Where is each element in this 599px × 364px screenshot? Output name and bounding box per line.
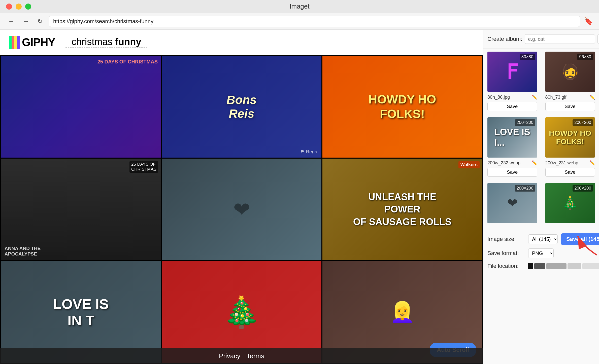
image-size-row: Image size: All (145) Save all (145) [487, 233, 595, 245]
image-thumb-3: LOVE ISI... 200×200 [487, 117, 537, 158]
image-filename-2: 80h_73.gif [545, 95, 567, 100]
image-card-info-4: 200w_231.webp ✏️ [545, 160, 595, 166]
create-album-label: Create album: [487, 36, 522, 42]
image-card-info-1: 80h_86.jpg ✏️ [487, 94, 537, 100]
image-size-select[interactable]: All (145) [528, 234, 558, 244]
thumb-size-1: 80×80 [520, 54, 535, 60]
gif-text-love-is: LOVE ISIN T [53, 296, 109, 329]
search-text-plain: christmas [72, 37, 113, 47]
terms-link[interactable]: Terms [246, 352, 264, 360]
gif-cell-3[interactable]: HOWDY HOFOLKS! [322, 56, 482, 158]
save-button-2[interactable]: Save [545, 102, 595, 111]
edit-icon-3[interactable]: ✏️ [532, 160, 537, 166]
image-card-4: HOWDY HOFOLKS! 200×200 200w_231.webp ✏️ … [541, 114, 599, 180]
search-text-bold: funny [115, 37, 141, 47]
back-button[interactable]: ← [6, 16, 17, 26]
fullscreen-button[interactable] [25, 4, 31, 10]
file-location-row: File location: Change 📁 [487, 262, 595, 271]
gif-cell-4[interactable]: ANNA AND THEAPOCALYPSE 25 DAYS OFCHRISTM… [1, 159, 161, 260]
image-card-2: 🧔 96×80 80h_73.gif ✏️ Save [541, 49, 599, 114]
gif-cell-5[interactable]: ❤ [162, 159, 321, 260]
gif-xmas-tree-icon: 🎄 [223, 295, 260, 330]
file-bar-4 [568, 263, 581, 269]
thumb-person-icon: 🧔 [561, 63, 580, 81]
refresh-button[interactable]: ↻ [35, 16, 45, 26]
thumb-6-icon: 🎄 [562, 196, 578, 210]
image-filename-4: 200w_231.webp [545, 160, 578, 166]
image-card-5: ❤ 200×200 [483, 180, 541, 229]
image-filename-3: 200w_232.webp [487, 160, 520, 166]
thumb-size-3: 200×200 [515, 119, 535, 126]
image-thumb-6: 🎄 200×200 [545, 183, 595, 223]
main-layout: GIPHY christmas funny 25 DAYS OF CHRISTM… [0, 30, 599, 364]
file-bar-2 [534, 263, 545, 269]
bottom-controls: Image size: All (145) Save all (145) [483, 229, 599, 275]
file-location-bars [528, 263, 599, 269]
close-button[interactable] [6, 4, 12, 10]
image-thumb-1: ꓝ 80×80 [487, 52, 537, 92]
gif-text-sausage: UNLEASH THEPOWEROF SAUSAGE ROLLS [353, 191, 452, 228]
traffic-lights [6, 4, 31, 10]
file-location-label: File location: [487, 263, 525, 269]
image-thumb-2: 🧔 96×80 [545, 52, 595, 92]
image-filename-1: 80h_86.jpg [487, 95, 510, 100]
giphy-logo-area: GIPHY [0, 30, 64, 55]
save-button-4[interactable]: Save [545, 168, 595, 177]
thumb-letter-f: ꓝ [507, 60, 518, 84]
image-card-1: ꓝ 80×80 80h_86.jpg ✏️ Save [483, 49, 541, 114]
giphy-logo-icon [9, 36, 20, 49]
gif-cell-1[interactable]: 25 DAYS OF CHRISTMAS [1, 56, 161, 158]
save-format-select[interactable]: PNG JPEG GIF WEBP [528, 248, 554, 258]
search-query: christmas funny [65, 37, 147, 48]
bookmark-icon[interactable]: 🔖 [584, 17, 593, 25]
thumb-love-text: LOVE ISI... [494, 127, 530, 148]
giphy-logo: GIPHY [9, 36, 55, 49]
image-cards-grid: ꓝ 80×80 80h_86.jpg ✏️ Save 🧔 96×80 [483, 49, 599, 229]
file-bar-3 [546, 263, 567, 269]
file-bar-5 [582, 263, 599, 269]
clear-button[interactable]: Clear [597, 34, 599, 44]
image-thumb-5: ❤ 200×200 [487, 183, 537, 223]
right-panel: Create album: Clear ꓝ 80×80 80h_86.jpg ✏… [483, 30, 599, 364]
image-size-label: Image size: [487, 236, 525, 242]
gif-cell-2[interactable]: BonsReis ⚑ Regal [162, 56, 321, 158]
create-album-row: Create album: Clear [483, 30, 599, 49]
urlbar: ← → ↻ 🔖 [0, 13, 599, 30]
gif-cell-6[interactable]: UNLEASH THEPOWEROF SAUSAGE ROLLS Walkers [322, 159, 482, 260]
file-bar-1 [528, 263, 533, 269]
thumb-5-icon: ❤ [507, 196, 518, 210]
create-album-input[interactable] [525, 34, 595, 44]
gif-girl-icon: 👱‍♀️ [390, 300, 415, 324]
url-input[interactable] [49, 16, 580, 27]
thumb-size-2: 96×80 [577, 54, 593, 60]
edit-icon-1[interactable]: ✏️ [532, 94, 537, 100]
save-button-3[interactable]: Save [487, 168, 537, 177]
privacy-link[interactable]: Privacy [219, 352, 240, 360]
save-format-label: Save format: [487, 250, 525, 257]
titlebar: Imaget [0, 0, 599, 13]
edit-icon-4[interactable]: ✏️ [589, 160, 595, 166]
giphy-logo-text: GIPHY [22, 36, 55, 49]
privacy-terms-bar: Privacy Terms [0, 348, 483, 364]
forward-button[interactable]: → [21, 16, 31, 26]
save-button-1[interactable]: Save [487, 102, 537, 111]
thumb-size-5: 200×200 [515, 185, 535, 192]
gif-overlay-4: ANNA AND THEAPOCALYPSE [5, 246, 41, 257]
browser-content: GIPHY christmas funny 25 DAYS OF CHRISTM… [0, 30, 483, 364]
thumb-howdy-text: HOWDY HOFOLKS! [549, 129, 591, 146]
save-all-container: Save all (145) [561, 233, 599, 245]
image-thumb-4: HOWDY HOFOLKS! 200×200 [545, 117, 595, 158]
edit-icon-2[interactable]: ✏️ [589, 94, 595, 100]
thumb-size-6: 200×200 [573, 185, 593, 192]
gif-badge-25days: 25 DAYS OFCHRISTMAS [129, 161, 158, 173]
image-card-info-2: 80h_73.gif ✏️ [545, 94, 595, 100]
gif-text-howdy: HOWDY HOFOLKS! [369, 92, 436, 121]
arrow-annotation [577, 235, 599, 258]
search-overlay: GIPHY christmas funny [0, 30, 483, 55]
walkers-badge: Walkers [458, 161, 480, 168]
gif-text-bons-reis: BonsReis [226, 93, 257, 121]
image-card-info-3: 200w_232.webp ✏️ [487, 160, 537, 166]
window-title: Imaget [289, 3, 310, 10]
gif-badge-regal: ⚑ Regal [300, 149, 318, 155]
minimize-button[interactable] [16, 4, 22, 10]
